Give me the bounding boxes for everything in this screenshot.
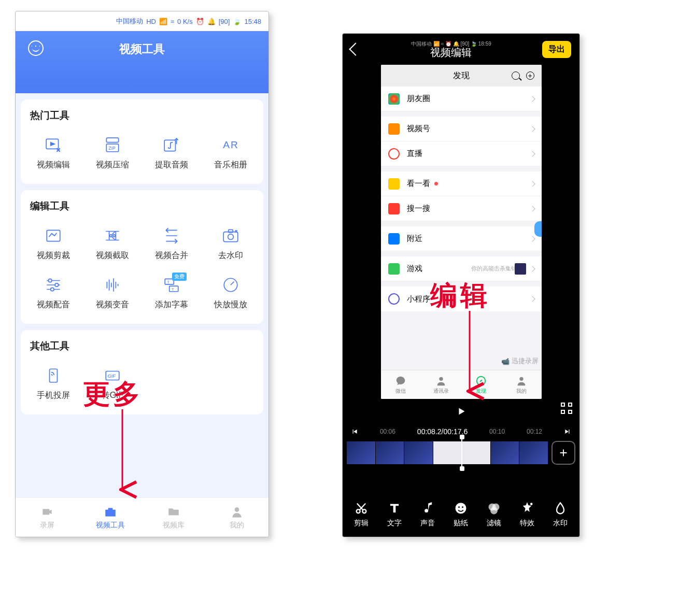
svg-point-25 [439, 377, 443, 380]
nearby-icon [388, 233, 400, 245]
frame-thumb[interactable] [462, 441, 491, 464]
tool-cast[interactable]: 手机投屏 [24, 361, 83, 410]
fullscreen-button[interactable] [561, 403, 572, 414]
tool-cut[interactable]: 视频截取 [83, 221, 142, 270]
tab-tools[interactable]: 视频工具 [79, 498, 142, 537]
phone-left: 中国移动 HD 📶 ≈ 0 K/s ⏰ 🔔 [90] 🍃 15:48 视频工具 … [15, 11, 269, 537]
editor-header: 中国移动 📶 ≈ ⏰ 🔔 [90] 🍃 18:59 视频编辑 导出 [343, 34, 579, 65]
folder-icon [167, 505, 180, 519]
tool-subtitle[interactable]: 免费TT添加字幕 [142, 270, 201, 320]
tab-label: 录屏 [40, 521, 54, 530]
frame-thumb[interactable] [433, 441, 462, 464]
miniprogram-icon [388, 293, 400, 305]
tool-label: 提取音频 [155, 160, 188, 170]
svg-point-36 [530, 503, 533, 506]
edit-text[interactable]: 文字 [378, 501, 411, 528]
tool-label: 音乐相册 [214, 160, 247, 170]
svg-rect-10 [223, 232, 238, 242]
add-clip-button[interactable] [551, 441, 575, 465]
video-preview[interactable]: 发现 + 朋友圈 视频号 直播 看一看 搜一搜 附近 游戏你的高能击杀集锦 小程… [381, 65, 542, 399]
edit-sticker[interactable]: 贴纸 [444, 501, 477, 528]
svg-point-11 [228, 234, 234, 240]
tool-label: 快放慢放 [214, 299, 247, 310]
tab-me[interactable]: 我的 [205, 498, 268, 537]
zip-icon: ZIP [103, 136, 122, 154]
playhead[interactable] [461, 437, 463, 469]
face-icon[interactable] [28, 40, 44, 56]
bottom-tabbar: 录屏 视频工具 视频库 我的 [16, 497, 268, 537]
wifi-icon: ≈ [171, 18, 174, 25]
tool-dub[interactable]: 视频配音 [24, 270, 83, 320]
edit-fx[interactable]: 特效 [511, 501, 544, 528]
tool-label: 去水印 [218, 250, 243, 261]
search-menu-icon [388, 203, 400, 214]
live-icon [388, 148, 400, 160]
wx-tab-me: 我的 [501, 370, 542, 399]
status-bar: 中国移动 HD 📶 ≈ 0 K/s ⏰ 🔔 [90] 🍃 15:48 [16, 11, 268, 31]
svg-point-14 [55, 283, 58, 286]
edit-label: 特效 [520, 519, 534, 528]
topstories-icon [388, 178, 400, 190]
svg-point-35 [490, 507, 498, 514]
skip-end-icon[interactable] [564, 428, 571, 435]
edit-filter[interactable]: 滤镜 [477, 501, 511, 528]
leaf-icon: 🍃 [233, 18, 241, 25]
frame-thumb[interactable] [519, 441, 548, 464]
plus-icon: + [526, 71, 534, 80]
merge-icon [162, 226, 181, 245]
tool-compress[interactable]: ZIP视频压缩 [83, 131, 142, 180]
time-label: 15:48 [244, 18, 261, 25]
tool-music-album[interactable]: AR音乐相册 [201, 131, 260, 180]
chevron-right-icon [529, 206, 535, 211]
tool-merge[interactable]: 视频合并 [142, 221, 201, 270]
edge-indicator [534, 221, 542, 237]
frame-thumb[interactable] [376, 441, 405, 464]
svg-rect-21 [50, 369, 58, 382]
channels-icon [388, 123, 400, 135]
tool-speed[interactable]: 快放慢放 [201, 270, 260, 320]
frame-thumb[interactable] [491, 441, 520, 464]
signal-icon: 📶 [159, 18, 167, 25]
battery-icon: [90] [219, 18, 230, 25]
tool-crop[interactable]: 视频剪裁 [24, 221, 83, 270]
tab-label: 视频库 [163, 521, 185, 530]
edit-label: 文字 [387, 519, 402, 528]
edit-cut[interactable]: 剪辑 [345, 501, 378, 528]
tools-scroll[interactable]: 热门工具 视频编辑 ZIP视频压缩 提取音频 AR音乐相册 编辑工具 视频剪裁 … [16, 93, 268, 517]
export-button[interactable]: 导出 [542, 41, 571, 58]
timeline-frames[interactable] [347, 440, 575, 466]
play-button[interactable] [456, 406, 467, 419]
wx-item-nearby: 附近 [381, 226, 542, 251]
edit-toolbar: 剪辑 文字 声音 贴纸 滤镜 特效 水印 [343, 492, 579, 537]
tab-record[interactable]: 录屏 [16, 498, 79, 537]
camera-icon [40, 505, 54, 519]
wx-item-channels: 视频号 [381, 117, 542, 141]
edit-watermark[interactable]: 水印 [544, 501, 577, 528]
wx-tab-contacts: 通讯录 [421, 370, 461, 399]
tool-remove-watermark[interactable]: 去水印 [201, 221, 260, 270]
play-edit-icon [44, 136, 63, 154]
frame-thumb[interactable] [404, 441, 433, 464]
tab-label: 我的 [230, 521, 244, 530]
tab-label: 视频工具 [96, 521, 125, 530]
time-mark: 00:10 [489, 428, 505, 435]
skip-start-icon[interactable] [351, 428, 358, 435]
cast-icon [44, 366, 63, 385]
tab-library[interactable]: 视频库 [142, 498, 205, 537]
person-icon [230, 505, 244, 519]
back-button[interactable] [349, 42, 362, 55]
speed-label: 0 K/s [177, 18, 193, 25]
edit-label: 水印 [553, 519, 568, 528]
tool-extract-audio[interactable]: 提取音频 [142, 131, 201, 180]
edit-audio[interactable]: 声音 [411, 501, 444, 528]
time-mark: 00:12 [527, 428, 542, 435]
svg-rect-4 [164, 140, 175, 151]
tool-video-edit[interactable]: 视频编辑 [24, 131, 83, 180]
chevron-right-icon [529, 296, 535, 302]
svg-text:T: T [172, 287, 174, 292]
frame-thumb[interactable] [347, 441, 376, 464]
tool-voice-change[interactable]: 视频变音 [83, 270, 142, 320]
svg-point-24 [235, 507, 239, 512]
game-thumb [515, 263, 526, 275]
scissors-icon [103, 226, 122, 245]
